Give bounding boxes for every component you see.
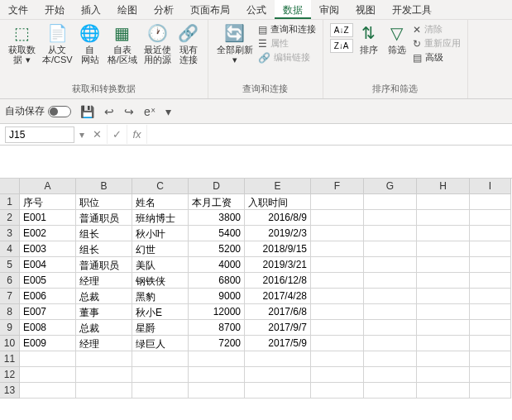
col-header-C[interactable]: C: [132, 179, 189, 194]
cell-A6[interactable]: E005: [20, 273, 76, 289]
cell-F2[interactable]: [311, 210, 364, 226]
confirm-button[interactable]: ✓: [108, 125, 127, 144]
sort-desc-button[interactable]: Z↓A: [330, 39, 353, 53]
cell-C3[interactable]: 秋小叶: [132, 226, 189, 241]
cell-G5[interactable]: [364, 257, 417, 273]
cell-G8[interactable]: [364, 304, 417, 320]
row-header-5[interactable]: 5: [0, 257, 20, 273]
cell-E7[interactable]: 2017/4/28: [245, 289, 311, 304]
cell-A10[interactable]: E009: [20, 336, 76, 351]
cell-G4[interactable]: [364, 241, 417, 257]
cell-B7[interactable]: 总裁: [76, 289, 132, 304]
cell-I13[interactable]: [470, 383, 511, 399]
cell-E1[interactable]: 入职时间: [245, 194, 311, 210]
cell-H13[interactable]: [417, 383, 470, 399]
cell-C7[interactable]: 黑豹: [132, 289, 189, 304]
cell-C4[interactable]: 幻世: [132, 241, 189, 257]
col-header-D[interactable]: D: [189, 179, 245, 194]
row-header-1[interactable]: 1: [0, 194, 20, 210]
row-header-12[interactable]: 12: [0, 367, 20, 383]
cell-I4[interactable]: [470, 241, 511, 257]
cell-C6[interactable]: 钢铁侠: [132, 273, 189, 289]
refresh-all-button[interactable]: 🔄 全部刷新 ▾: [213, 21, 256, 66]
filter-button[interactable]: ▽ 筛选: [383, 21, 411, 56]
cell-B6[interactable]: 经理: [76, 273, 132, 289]
cell-H11[interactable]: [417, 351, 470, 367]
cell-F3[interactable]: [311, 226, 364, 241]
cell-B3[interactable]: 组长: [76, 226, 132, 241]
cell-F10[interactable]: [311, 336, 364, 351]
col-header-E[interactable]: E: [245, 179, 311, 194]
cell-I2[interactable]: [470, 210, 511, 226]
cell-F13[interactable]: [311, 383, 364, 399]
cell-B2[interactable]: 普通职员: [76, 210, 132, 226]
cell-B10[interactable]: 经理: [76, 336, 132, 351]
tab-开发工具[interactable]: 开发工具: [384, 0, 440, 19]
tab-绘图[interactable]: 绘图: [109, 0, 146, 19]
cell-C1[interactable]: 姓名: [132, 194, 189, 210]
row-header-7[interactable]: 7: [0, 289, 20, 304]
cell-F8[interactable]: [311, 304, 364, 320]
cell-D2[interactable]: 3800: [189, 210, 245, 226]
cell-G11[interactable]: [364, 351, 417, 367]
formula-input[interactable]: [147, 127, 512, 142]
quick-btn-4[interactable]: ▾: [163, 105, 174, 118]
cell-G9[interactable]: [364, 320, 417, 336]
cell-I3[interactable]: [470, 226, 511, 241]
cell-C9[interactable]: 星爵: [132, 320, 189, 336]
query-item-1[interactable]: ☰属性: [258, 37, 316, 50]
tab-插入[interactable]: 插入: [73, 0, 109, 19]
cell-A3[interactable]: E002: [20, 226, 76, 241]
cell-B9[interactable]: 总裁: [76, 320, 132, 336]
cell-A8[interactable]: E007: [20, 304, 76, 320]
cell-C5[interactable]: 美队: [132, 257, 189, 273]
cell-C10[interactable]: 绿巨人: [132, 336, 189, 351]
cell-H7[interactable]: [417, 289, 470, 304]
cell-D12[interactable]: [189, 367, 245, 383]
row-header-6[interactable]: 6: [0, 273, 20, 289]
col-header-A[interactable]: A: [20, 179, 76, 194]
col-header-F[interactable]: F: [311, 179, 364, 194]
row-header-2[interactable]: 2: [0, 210, 20, 226]
cell-D6[interactable]: 6800: [189, 273, 245, 289]
cell-D4[interactable]: 5200: [189, 241, 245, 257]
select-all-corner[interactable]: [0, 179, 20, 194]
cell-B4[interactable]: 组长: [76, 241, 132, 257]
cell-D9[interactable]: 8700: [189, 320, 245, 336]
query-item-0[interactable]: ▤查询和连接: [258, 23, 316, 36]
cell-B13[interactable]: [76, 383, 132, 399]
col-header-G[interactable]: G: [364, 179, 417, 194]
cell-B5[interactable]: 普通职员: [76, 257, 132, 273]
cell-G10[interactable]: [364, 336, 417, 351]
cell-D5[interactable]: 4000: [189, 257, 245, 273]
cell-A1[interactable]: 序号: [20, 194, 76, 210]
autosave-toggle[interactable]: 自动保存: [5, 104, 71, 118]
cell-A4[interactable]: E003: [20, 241, 76, 257]
get-data-btn-1[interactable]: 📄从文本/CSV: [39, 21, 76, 66]
cell-C11[interactable]: [132, 351, 189, 367]
cell-D11[interactable]: [189, 351, 245, 367]
cell-H8[interactable]: [417, 304, 470, 320]
cell-E6[interactable]: 2016/12/8: [245, 273, 311, 289]
cell-I5[interactable]: [470, 257, 511, 273]
cell-A7[interactable]: E006: [20, 289, 76, 304]
tab-审阅[interactable]: 审阅: [311, 0, 347, 19]
cell-I6[interactable]: [470, 273, 511, 289]
get-data-btn-5[interactable]: 🔗现有连接: [175, 21, 203, 66]
cell-C13[interactable]: [132, 383, 189, 399]
tab-分析[interactable]: 分析: [146, 0, 182, 19]
cell-C8[interactable]: 秋小E: [132, 304, 189, 320]
cell-F1[interactable]: [311, 194, 364, 210]
clear-button[interactable]: ✕清除: [413, 23, 461, 36]
cell-D3[interactable]: 5400: [189, 226, 245, 241]
cell-I7[interactable]: [470, 289, 511, 304]
cell-I9[interactable]: [470, 320, 511, 336]
get-data-btn-2[interactable]: 🌐自网站: [76, 21, 104, 66]
cell-I8[interactable]: [470, 304, 511, 320]
tab-文件[interactable]: 文件: [0, 0, 36, 19]
cell-F6[interactable]: [311, 273, 364, 289]
row-header-11[interactable]: 11: [0, 351, 20, 367]
row-header-10[interactable]: 10: [0, 336, 20, 351]
cell-F4[interactable]: [311, 241, 364, 257]
get-data-btn-4[interactable]: 🕐最近使用的源: [141, 21, 175, 66]
